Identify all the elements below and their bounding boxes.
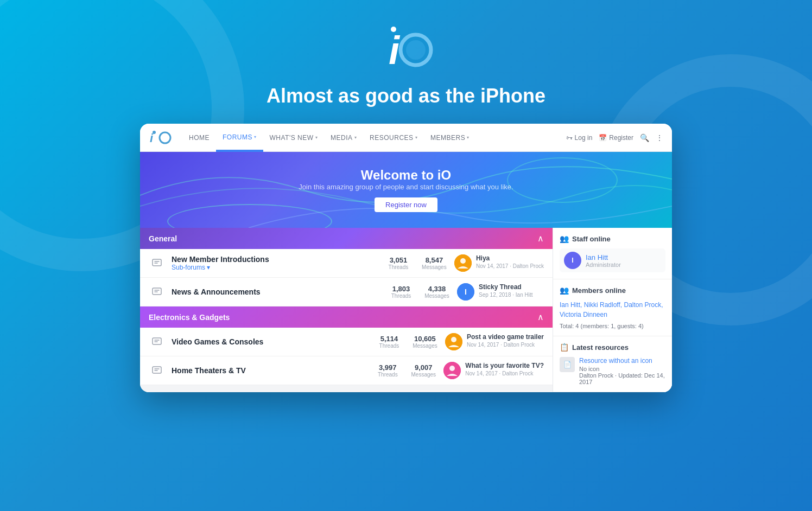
forum-row-videogames: Video Games & Consoles 5,114 Threads 10,… bbox=[140, 328, 553, 356]
svg-point-9 bbox=[460, 258, 466, 264]
svg-point-5 bbox=[153, 131, 156, 134]
hero-tagline: Almost as good as the iPhone bbox=[267, 85, 545, 107]
general-section-header: General ∧ bbox=[140, 228, 553, 249]
nav-items: HOME FORUMS ▾ WHAT'S NEW ▾ MEDIA ▾ RESOU… bbox=[182, 124, 566, 152]
nav-members[interactable]: MEMBERS ▾ bbox=[424, 124, 476, 152]
forum-name-news[interactable]: News & Announcements bbox=[172, 288, 381, 296]
forum-sub-introductions[interactable]: Sub-forums ▾ bbox=[172, 264, 378, 271]
forum-stats-videogames: 5,114 Threads 10,605 Messages bbox=[376, 335, 439, 349]
nav-logo[interactable]: i bbox=[149, 130, 172, 145]
forum-icon-videogames bbox=[149, 334, 165, 350]
svg-point-3 bbox=[406, 40, 426, 60]
latest-resources-section: 📋 Latest resources 📄 Resource without an… bbox=[553, 336, 672, 392]
banner-title: Welcome to iO bbox=[361, 168, 451, 183]
forum-icon-introductions bbox=[149, 255, 165, 271]
general-title: General bbox=[149, 234, 177, 243]
svg-point-6 bbox=[160, 132, 170, 143]
search-icon: 🔍 bbox=[640, 133, 649, 142]
nav-actions: 🗝 Log in 📅 Register 🔍 ⋮ bbox=[566, 133, 663, 142]
resource-info: Resource without an icon No icon Dalton … bbox=[579, 357, 665, 385]
forum-stats-introductions: 3,051 Threads 8,547 Messages bbox=[385, 256, 448, 270]
forum-row-theaters: Home Theaters & TV 3,997 Threads 9,007 M… bbox=[140, 356, 553, 385]
messages-stat-news: 4,338 Messages bbox=[423, 285, 451, 299]
forum-info-videogames: Video Games & Consoles bbox=[172, 337, 369, 346]
forum-banner: Welcome to iO Join this amazing group of… bbox=[140, 152, 672, 228]
resource-icon: 📄 bbox=[560, 357, 575, 372]
register-button[interactable]: 📅 Register bbox=[599, 134, 633, 142]
forum-info-theaters: Home Theaters & TV bbox=[172, 366, 367, 375]
forum-icon-theaters bbox=[149, 362, 165, 379]
navbar: i HOME FORUMS ▾ WHAT'S NEW ▾ MEDIA ▾ bbox=[140, 124, 672, 152]
post-info-videogames: Post a video game trailer Nov 14, 2017 ·… bbox=[467, 333, 544, 348]
staff-member-ian: I Ian Hitt Administrator bbox=[560, 248, 665, 272]
latest-post-theaters: What is your favorite TV? Nov 14, 2017 ·… bbox=[443, 362, 544, 379]
calendar-icon: 📅 bbox=[599, 134, 607, 142]
latest-post-news: I Sticky Thread Sep 12, 2018 · Ian Hitt bbox=[457, 283, 544, 301]
hero-section: i Almost as good as the iPhone bbox=[267, 0, 545, 124]
latest-resources-title: 📋 Latest resources bbox=[560, 343, 665, 352]
staff-avatar-ian: I bbox=[564, 252, 581, 269]
register-now-button[interactable]: Register now bbox=[375, 197, 437, 212]
nav-media[interactable]: MEDIA ▾ bbox=[324, 124, 363, 152]
threads-stat-videogames: 5,114 Threads bbox=[376, 335, 403, 349]
forum-info-introductions: New Member Introductions Sub-forums ▾ bbox=[172, 255, 378, 271]
forum-name-videogames[interactable]: Video Games & Consoles bbox=[172, 337, 369, 346]
svg-rect-7 bbox=[153, 259, 161, 266]
forum-stats-news: 1,803 Threads 4,338 Messages bbox=[388, 285, 451, 299]
forum-icon-news bbox=[149, 284, 165, 300]
threads-stat-theaters: 3,997 Threads bbox=[374, 363, 401, 378]
messages-stat-introductions: 8,547 Messages bbox=[421, 256, 448, 270]
avatar-theaters bbox=[443, 362, 461, 379]
more-button[interactable]: ⋮ bbox=[656, 133, 663, 142]
staff-online-title: 👥 Staff online bbox=[560, 234, 665, 243]
electronics-title: Electronics & Gadgets bbox=[149, 313, 230, 322]
nav-resources-chevron: ▾ bbox=[415, 135, 418, 140]
messages-stat-theaters: 9,007 Messages bbox=[410, 363, 437, 378]
nav-forums-chevron: ▾ bbox=[254, 135, 257, 139]
threads-stat-news: 1,803 Threads bbox=[388, 285, 415, 299]
post-info-theaters: What is your favorite TV? Nov 14, 2017 ·… bbox=[465, 362, 544, 376]
nav-members-chevron: ▾ bbox=[467, 135, 470, 140]
nav-home[interactable]: HOME bbox=[182, 124, 216, 152]
browser-window: i HOME FORUMS ▾ WHAT'S NEW ▾ MEDIA ▾ bbox=[140, 124, 672, 392]
nav-whats-new-chevron: ▾ bbox=[315, 135, 318, 140]
forum-stats-theaters: 3,997 Threads 9,007 Messages bbox=[374, 363, 437, 378]
electronics-collapse-button[interactable]: ∧ bbox=[537, 312, 544, 322]
latest-post-videogames: Post a video game trailer Nov 14, 2017 ·… bbox=[445, 333, 544, 350]
nav-forums[interactable]: FORUMS ▾ bbox=[216, 124, 263, 152]
users-online-icon: 👥 bbox=[560, 286, 569, 295]
forum-name-theaters[interactable]: Home Theaters & TV bbox=[172, 366, 367, 375]
svg-point-15 bbox=[451, 337, 456, 342]
latest-post-introductions: Hiya Nov 14, 2017 · Dalton Prock bbox=[454, 254, 544, 272]
post-info-news: Sticky Thread Sep 12, 2018 · Ian Hitt bbox=[479, 283, 544, 298]
svg-text:I: I bbox=[465, 288, 467, 296]
nav-resources[interactable]: RESOURCES ▾ bbox=[363, 124, 424, 152]
forum-main: General ∧ New Member Introductions Sub-f… bbox=[140, 228, 553, 392]
resources-icon: 📋 bbox=[560, 343, 569, 352]
search-button[interactable]: 🔍 bbox=[640, 133, 649, 142]
avatar-introductions bbox=[454, 254, 472, 272]
forum-info-news: News & Announcements bbox=[172, 288, 381, 296]
nav-media-chevron: ▾ bbox=[354, 135, 357, 140]
users-icon: 👥 bbox=[560, 234, 569, 243]
electronics-section: Electronics & Gadgets ∧ Video Games & Co… bbox=[140, 306, 553, 385]
nav-whats-new[interactable]: WHAT'S NEW ▾ bbox=[263, 124, 325, 152]
messages-stat-videogames: 10,605 Messages bbox=[411, 335, 439, 349]
forum-row-news: News & Announcements 1,803 Threads 4,338… bbox=[140, 278, 553, 306]
latest-resource-item: 📄 Resource without an icon No icon Dalto… bbox=[560, 357, 665, 385]
avatar-news: I bbox=[457, 283, 474, 301]
svg-point-1 bbox=[391, 27, 396, 32]
members-online-title: 👥 Members online bbox=[560, 286, 665, 295]
banner-subtitle: Join this amazing group of people and st… bbox=[299, 183, 513, 191]
hero-logo: i bbox=[379, 22, 433, 76]
electronics-section-header: Electronics & Gadgets ∧ bbox=[140, 306, 553, 328]
general-collapse-button[interactable]: ∧ bbox=[537, 233, 544, 244]
main-content: General ∧ New Member Introductions Sub-f… bbox=[140, 228, 672, 392]
staff-online-section: 👥 Staff online I Ian Hitt Administrator bbox=[553, 228, 672, 279]
forum-name-introductions[interactable]: New Member Introductions bbox=[172, 255, 378, 264]
post-info-introductions: Hiya Nov 14, 2017 · Dalton Prock bbox=[476, 254, 544, 269]
resource-placeholder-icon: 📄 bbox=[563, 361, 572, 368]
login-button[interactable]: 🗝 Log in bbox=[566, 134, 593, 142]
members-total: Total: 4 (members: 1, guests: 4) bbox=[560, 323, 665, 329]
members-list: Ian Hitt, Nikki Radloff, Dalton Prock, V… bbox=[560, 300, 665, 320]
